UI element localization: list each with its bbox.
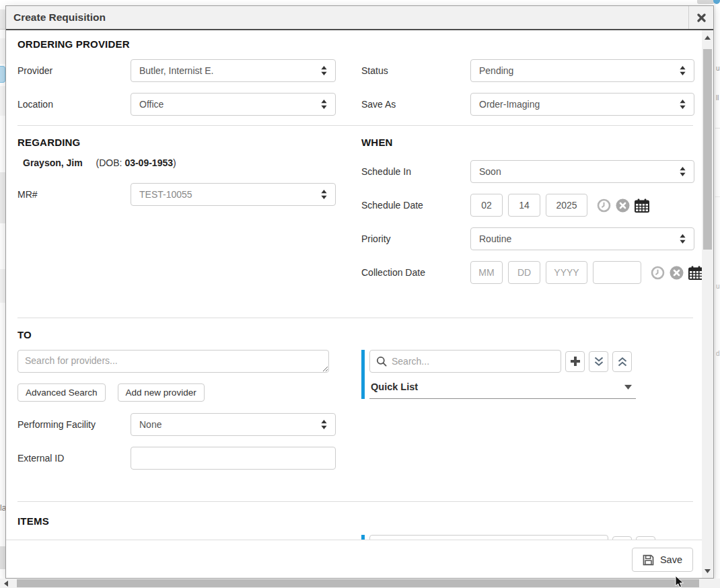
schedule-date-row: Schedule Date (361, 194, 694, 217)
scroll-down-button[interactable] (702, 565, 713, 577)
patient-dob: (DOB: 03-09-1953) (96, 157, 176, 168)
schedule-in-select[interactable]: Soon (470, 160, 694, 183)
patient-dob-value: 03-09-1953 (124, 157, 173, 168)
performing-facility-select-value: None (139, 419, 161, 430)
section-divider (17, 501, 693, 502)
mr-select[interactable]: TEST-10055 (131, 183, 336, 206)
save-button-label: Save (660, 554, 682, 565)
performing-facility-label: Performing Facility (17, 419, 131, 430)
background-fragment (715, 0, 720, 588)
provider-select-value: Butler, Internist E. (139, 65, 214, 76)
schedule-date-label: Schedule Date (361, 200, 470, 211)
select-caret-icon (321, 100, 327, 109)
expand-all-button[interactable] (589, 351, 608, 372)
status-select[interactable]: Pending (470, 59, 694, 82)
schedule-date-icons (597, 198, 649, 213)
collection-date-row: Collection Date (361, 261, 694, 284)
recipient-search-input[interactable] (392, 356, 554, 367)
ordering-provider-right-column: Status Pending Save As Order-Imaging (361, 59, 694, 126)
provider-label: Provider (17, 65, 131, 76)
external-id-input[interactable] (131, 447, 336, 470)
background-fragment (697, 0, 715, 4)
search-icon (376, 356, 387, 367)
select-caret-icon (680, 234, 686, 244)
quick-list-header[interactable]: Quick List (369, 381, 636, 399)
priority-select-value: Routine (479, 233, 511, 244)
background-fragment (0, 9, 5, 30)
location-select-value: Office (139, 99, 164, 110)
advanced-search-button[interactable]: Advanced Search (17, 383, 106, 402)
external-id-label: External ID (17, 453, 131, 464)
dialog-title: Create Requisition (13, 11, 106, 24)
scroll-left-icon (4, 581, 8, 587)
collapse-all-button[interactable] (612, 351, 632, 372)
save-as-select-value: Order-Imaging (479, 99, 540, 110)
dialog-header: Create Requisition (6, 6, 713, 30)
select-caret-icon (680, 66, 686, 75)
save-as-select[interactable]: Order-Imaging (470, 93, 694, 116)
select-caret-icon (680, 100, 686, 109)
background-text-fragment: ll (716, 94, 720, 101)
priority-select[interactable]: Routine (470, 227, 694, 250)
recipient-search-row (369, 350, 632, 373)
add-new-provider-button[interactable]: Add new provider (118, 383, 205, 402)
status-label: Status (361, 65, 470, 76)
provider-select[interactable]: Butler, Internist E. (131, 59, 336, 82)
schedule-day-input[interactable] (508, 194, 540, 217)
scrollbar-thumb[interactable] (17, 579, 699, 587)
scroll-down-icon (705, 569, 711, 573)
schedule-year-input[interactable] (546, 194, 587, 217)
background-fragment (0, 38, 5, 64)
collection-day-input[interactable] (508, 261, 540, 284)
time-icon[interactable] (651, 266, 665, 280)
vertical-scrollbar[interactable] (702, 30, 713, 578)
schedule-month-input[interactable] (470, 194, 503, 217)
scroll-up-icon (705, 36, 711, 40)
mr-row: MR# TEST-10055 (17, 183, 336, 206)
calendar-icon[interactable] (688, 266, 702, 280)
scroll-left-button[interactable] (0, 579, 11, 588)
scroll-up-button[interactable] (702, 32, 713, 43)
background-fragment (0, 546, 5, 569)
recipient-search-box (369, 350, 561, 373)
provider-search-textarea[interactable] (17, 350, 329, 373)
location-row: Location Office (17, 93, 336, 116)
section-heading-regarding: REGARDING (17, 137, 336, 148)
background-fragment (0, 269, 5, 303)
collection-time-input[interactable] (593, 261, 641, 284)
clear-date-icon[interactable] (670, 266, 684, 280)
collection-date-icons (651, 266, 702, 280)
collection-month-input[interactable] (470, 261, 503, 284)
close-button[interactable] (688, 6, 713, 29)
collection-year-input[interactable] (546, 261, 587, 284)
mr-select-value: TEST-10055 (139, 189, 192, 200)
performing-facility-row: Performing Facility None (17, 413, 336, 436)
schedule-in-label: Schedule In (361, 166, 470, 177)
quick-list-label: Quick List (371, 381, 418, 392)
section-heading-when: WHEN (361, 137, 694, 148)
time-icon[interactable] (597, 198, 611, 213)
to-left-column: Advanced Search Add new provider Perform… (17, 350, 336, 480)
section-divider (17, 318, 693, 318)
performing-facility-select[interactable]: None (131, 413, 336, 436)
background-fragment (0, 172, 5, 223)
section-heading-to: TO (17, 329, 693, 340)
background-fragment (715, 128, 720, 128)
patient-line: Grayson, Jim (DOB: 03-09-1953) (23, 157, 336, 168)
provider-row: Provider Butler, Internist E. (17, 59, 336, 82)
clear-date-icon[interactable] (616, 198, 630, 213)
background-fragment (0, 66, 5, 83)
save-button[interactable]: Save (632, 548, 693, 572)
scrollbar-thumb[interactable] (703, 49, 712, 250)
add-recipient-button[interactable] (565, 351, 585, 372)
select-caret-icon (321, 420, 327, 429)
calendar-icon[interactable] (635, 198, 649, 213)
location-select[interactable]: Office (131, 93, 336, 116)
horizontal-scrollbar[interactable] (0, 579, 720, 588)
ordering-provider-left-column: Provider Butler, Internist E. Location O… (17, 59, 336, 126)
patient-name: Grayson, Jim (23, 157, 83, 168)
double-chevron-up-icon (617, 357, 628, 367)
to-buttons-row: Advanced Search Add new provider (17, 383, 336, 402)
background-text-fragment: u (716, 283, 720, 289)
location-label: Location (17, 99, 131, 110)
